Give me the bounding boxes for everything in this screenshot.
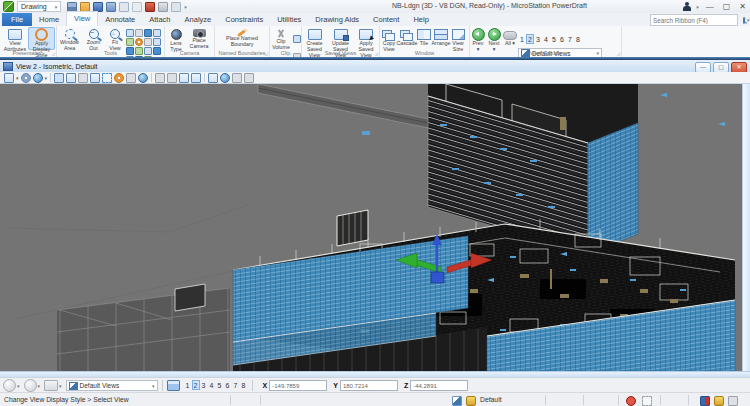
dialog-launcher-icon[interactable]: ◿ xyxy=(375,51,378,56)
user-account-button[interactable] xyxy=(683,2,691,11)
dialog-launcher-icon[interactable]: ◿ xyxy=(617,51,620,56)
update-saved-view-settings-button[interactable]: Update Saved View Settings xyxy=(327,27,354,50)
pan-view-button[interactable] xyxy=(126,73,136,83)
message-center-error-icon[interactable] xyxy=(626,396,636,406)
view-display-style-button[interactable] xyxy=(4,73,14,83)
view-toggle-4[interactable]: 4 xyxy=(208,381,216,391)
chevron-down-icon[interactable]: ▾ xyxy=(17,383,20,389)
copy-view-button[interactable]: Copy View xyxy=(380,27,398,50)
account-chevron-icon[interactable]: ▾ xyxy=(696,4,699,10)
dialog-launcher-icon[interactable]: ◿ xyxy=(52,51,55,56)
close-button[interactable]: ✕ xyxy=(737,0,748,13)
view-toggle-5[interactable]: 5 xyxy=(216,381,224,391)
view-toggle-4[interactable]: 4 xyxy=(542,35,550,45)
open-windows-icon[interactable] xyxy=(167,380,180,391)
place-named-boundary-button[interactable]: Place Named Boundary xyxy=(222,27,262,50)
apply-saved-view-button[interactable]: Apply Saved View xyxy=(354,27,378,50)
view-toggle-6[interactable]: 6 xyxy=(224,381,232,391)
view-toggle-3[interactable]: 3 xyxy=(200,381,208,391)
view-toggle-2[interactable]: 2 xyxy=(526,34,534,44)
view-toggle-3[interactable]: 3 xyxy=(534,35,542,45)
minimize-button[interactable]: — xyxy=(704,0,716,13)
adjust-view-button[interactable] xyxy=(54,73,64,83)
view-close-button[interactable]: ✕ xyxy=(731,62,747,73)
view-size-button[interactable]: View Size xyxy=(450,27,466,50)
user-edit-icon[interactable] xyxy=(67,2,77,12)
fit-view-button[interactable]: ⌂ Fit View xyxy=(105,27,125,50)
tab-content[interactable]: Content xyxy=(366,13,406,26)
file-menu-dropdown[interactable]: Drawing ▾ xyxy=(17,1,61,12)
view-attributes-button[interactable]: View Attributes xyxy=(2,27,28,50)
save-icon[interactable] xyxy=(93,2,103,12)
view-toggle-8[interactable]: 8 xyxy=(574,35,582,45)
clip-tools-button[interactable] xyxy=(232,73,242,83)
save-settings-icon[interactable] xyxy=(106,2,116,12)
bookmark-icon[interactable] xyxy=(145,2,155,12)
create-saved-view-button[interactable]: Create Saved View xyxy=(302,27,327,50)
arrange-button[interactable]: Arrange xyxy=(432,27,450,50)
file-lock-icon[interactable] xyxy=(714,396,724,406)
ribbon-search[interactable]: ▾ xyxy=(650,14,738,26)
zoom-in-icon[interactable] xyxy=(126,29,134,37)
active-level-label[interactable]: Default xyxy=(480,396,502,403)
y-coordinate-input[interactable] xyxy=(340,380,398,391)
drawing-viewport[interactable] xyxy=(0,84,750,371)
fit-view-button[interactable] xyxy=(90,73,100,83)
window-area-button[interactable] xyxy=(102,73,112,83)
view-maximize-button[interactable]: ▢ xyxy=(713,62,729,73)
selection-set-icon[interactable] xyxy=(642,396,652,406)
design-history-icon[interactable] xyxy=(700,396,710,406)
walk-icon[interactable] xyxy=(144,38,152,46)
view-vertical-scrollbar[interactable] xyxy=(742,84,750,371)
clip-mask-button[interactable] xyxy=(220,73,230,83)
tile-button[interactable]: Tile xyxy=(416,27,432,50)
view-toggle-8[interactable]: 8 xyxy=(240,381,248,391)
view-group-select[interactable]: Default Views ▾ xyxy=(66,380,158,391)
tab-file[interactable]: File xyxy=(2,13,32,26)
search-input[interactable] xyxy=(651,16,743,24)
open-folder-icon[interactable] xyxy=(80,2,90,12)
x-coordinate-input[interactable] xyxy=(269,380,327,391)
status-more-icon[interactable] xyxy=(728,396,738,406)
next-view-group-button[interactable] xyxy=(24,379,37,392)
view-toggle-5[interactable]: 5 xyxy=(550,35,558,45)
clip-mask-icon[interactable] xyxy=(293,35,301,43)
fly-icon[interactable] xyxy=(153,38,161,46)
undo-icon[interactable] xyxy=(119,2,129,12)
clip-volume-button[interactable]: Clip Volume xyxy=(270,27,292,50)
print-icon[interactable] xyxy=(158,2,168,12)
chevron-down-icon[interactable]: ▾ xyxy=(16,75,19,81)
search-chevron-icon[interactable]: ▾ xyxy=(747,17,750,23)
view-toggle-6[interactable]: 6 xyxy=(558,35,566,45)
tab-home[interactable]: Home xyxy=(32,13,66,26)
copy-view-tool-icon[interactable] xyxy=(126,38,134,46)
zoom-out-button[interactable] xyxy=(78,73,88,83)
window-area-button[interactable]: Window Area xyxy=(57,27,82,50)
cascade-button[interactable]: Cascade xyxy=(398,27,416,50)
view-toggle-7[interactable]: 7 xyxy=(232,381,240,391)
z-coordinate-input[interactable] xyxy=(410,380,468,391)
lens-type-button[interactable]: Lens Type xyxy=(165,27,187,50)
view-attributes-dialog-button[interactable] xyxy=(21,73,31,83)
dialog-launcher-icon[interactable]: ◿ xyxy=(265,51,268,56)
previous-view-group-button[interactable]: Prev ▾ xyxy=(470,27,486,50)
apply-display-style-button[interactable]: Apply Display Style xyxy=(28,27,55,50)
tab-annotate[interactable]: Annotate xyxy=(98,13,142,26)
qat-more-button[interactable]: ▾ xyxy=(184,4,187,10)
tab-help[interactable]: Help xyxy=(406,13,435,26)
walk-fly-button[interactable] xyxy=(138,73,148,83)
copy-view-button[interactable] xyxy=(179,73,189,83)
tab-drawing-aids[interactable]: Drawing Aids xyxy=(308,13,366,26)
view-group-history-button[interactable] xyxy=(44,380,58,391)
rotate-view-icon[interactable] xyxy=(135,38,143,46)
chevron-down-icon[interactable]: ▾ xyxy=(45,75,48,81)
snap-mode-icon[interactable] xyxy=(452,396,462,406)
previous-view-group-button[interactable] xyxy=(3,379,16,392)
redo-icon[interactable] xyxy=(132,2,142,12)
view-size-button[interactable] xyxy=(191,73,201,83)
maximize-button[interactable]: ▢ xyxy=(721,0,733,13)
tab-constraints[interactable]: Constraints xyxy=(218,13,270,26)
view-next-button[interactable] xyxy=(167,73,177,83)
view-toggle-1[interactable]: 1 xyxy=(518,35,526,45)
clip-volume-button[interactable] xyxy=(208,73,218,83)
